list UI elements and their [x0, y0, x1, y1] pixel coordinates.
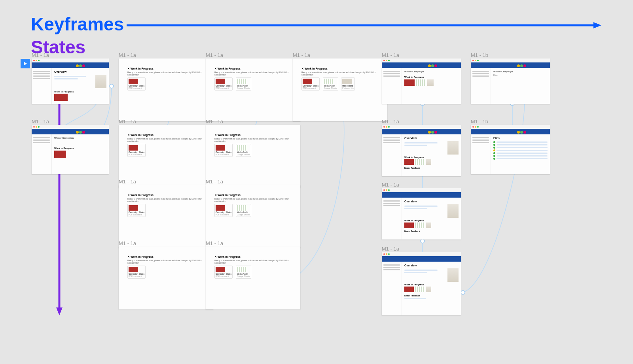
frame-label: M1 - 1a — [293, 52, 310, 58]
photo-thumbnail — [95, 75, 106, 88]
frame[interactable]: ✕ Work in Progress Ready to share with o… — [206, 58, 300, 121]
frame-label: M1 - 1a — [206, 119, 223, 124]
frame-label: M1 - 1a — [382, 119, 399, 124]
frame[interactable]: Files — [471, 125, 550, 174]
diagram-canvas[interactable]: Keyframes States — [0, 0, 633, 364]
wip-label: Work in Progress — [131, 67, 154, 70]
overview-title: Overview — [54, 70, 106, 73]
frame[interactable]: Overview Work in Progress Needs Feedback — [382, 188, 461, 240]
frame-label: M1 - 1a — [382, 246, 399, 252]
frame[interactable]: ✕ Work in Progress Ready to share with o… — [293, 58, 387, 121]
frame[interactable]: Overview Work in Progress — [32, 58, 109, 104]
frame[interactable]: ✕ Work in Progress Ready to share with o… — [206, 185, 300, 248]
keyframes-heading: Keyframes — [31, 13, 124, 35]
frame[interactable]: Winter Campaign Files — [471, 58, 550, 104]
frame-label: M1 - 1a — [119, 240, 136, 246]
frame-label: M1 - 1b — [471, 119, 488, 124]
frame[interactable]: ✕ Work in Progress Ready to share with o… — [119, 58, 213, 121]
frame[interactable]: ✕ Work in Progress Ready to share with o… — [119, 185, 213, 248]
svg-marker-4 — [24, 62, 27, 66]
frame-label: M1 - 1a — [119, 119, 136, 124]
frame-label: M1 - 1a — [206, 52, 223, 58]
red-thumbnail — [54, 94, 68, 101]
frame-label: M1 - 1a — [206, 240, 223, 246]
frame[interactable]: ✕ Work in Progress Ready to share with o… — [206, 247, 300, 309]
frame[interactable]: ✕ Work in Progress Ready to share with o… — [119, 247, 213, 309]
frame-label: M1 - 1a — [206, 179, 223, 185]
frame-label: M1 - 1a — [382, 52, 399, 58]
frame-label: M1 - 1a — [382, 182, 399, 188]
wip-label: Work in Progress — [54, 91, 106, 93]
frame-label: M1 - 1a — [32, 52, 49, 58]
frame[interactable]: Overview Work in Progress Needs Feedback — [382, 252, 461, 315]
frame[interactable]: Overview Work in Progress Needs Feedback — [382, 125, 461, 176]
frame-label: M1 - 1b — [471, 52, 488, 58]
keyframes-arrow — [127, 22, 601, 34]
svg-marker-3 — [56, 307, 63, 315]
frame-label: M1 - 1a — [119, 179, 136, 185]
wip-sub: Ready to share with our team, please mak… — [127, 71, 205, 76]
play-icon — [23, 62, 27, 66]
connector-lines — [0, 0, 633, 364]
frame-label: M1 - 1a — [119, 52, 136, 58]
svg-marker-1 — [593, 22, 601, 28]
frame[interactable]: Winter Campaign Work in Progress — [382, 58, 461, 104]
frame-label: M1 - 1a — [32, 119, 49, 124]
play-button[interactable] — [21, 59, 30, 68]
frame[interactable]: Winter Campaign Work in Progress — [32, 125, 109, 174]
